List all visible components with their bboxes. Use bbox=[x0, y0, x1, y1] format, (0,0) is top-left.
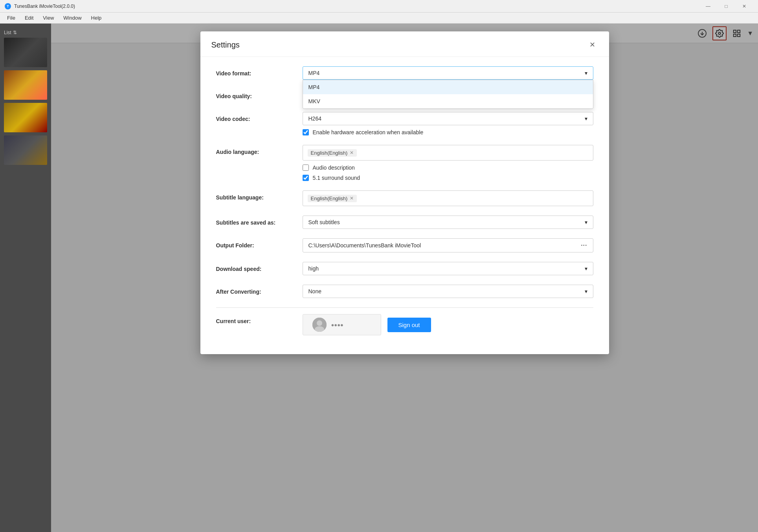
menu-edit[interactable]: Edit bbox=[21, 14, 37, 22]
after-converting-value: None bbox=[308, 288, 321, 294]
user-row: ●●●● Sign out bbox=[303, 314, 593, 335]
menu-file[interactable]: File bbox=[3, 14, 19, 22]
option-mp4[interactable]: MP4 bbox=[303, 80, 593, 94]
subtitle-language-tag-input[interactable]: English(English) ✕ bbox=[303, 190, 593, 206]
app-icon: T bbox=[5, 3, 11, 9]
subtitles-saved-value: Soft subtitles bbox=[308, 219, 340, 225]
subtitle-language-tag-close[interactable]: ✕ bbox=[350, 196, 354, 201]
video-format-dropdown-wrapper: MP4 ▾ MP4 MKV bbox=[303, 66, 593, 80]
output-folder-field: C:\Users\A\Documents\TunesBank iMovieToo… bbox=[303, 238, 593, 252]
hw-accel-checkbox[interactable] bbox=[303, 129, 309, 135]
audio-desc-checkbox[interactable] bbox=[303, 165, 309, 171]
subtitles-saved-row: Subtitles are saved as: Soft subtitles ▾ bbox=[216, 216, 593, 229]
close-button[interactable]: ✕ bbox=[735, 0, 753, 13]
window-controls: — □ ✕ bbox=[699, 0, 753, 13]
titlebar: T TunesBank iMovieTool(2.0.0) — □ ✕ bbox=[0, 0, 758, 13]
modal-overlay: Settings ✕ Video format: MP4 ▾ bbox=[51, 24, 758, 532]
sidebar-thumb-2[interactable] bbox=[4, 70, 47, 100]
sidebar-list-header: List ⇅ bbox=[0, 27, 51, 38]
audio-desc-label: Audio description bbox=[313, 165, 355, 171]
chevron-down-icon: ▾ bbox=[585, 115, 587, 122]
menu-view[interactable]: View bbox=[39, 14, 58, 22]
dialog-close-button[interactable]: ✕ bbox=[587, 39, 598, 50]
current-user-label: Current user: bbox=[216, 314, 303, 324]
after-converting-row: After Converting: None ▾ bbox=[216, 285, 593, 298]
download-speed-label: Download speed: bbox=[216, 262, 303, 272]
video-format-row: Video format: MP4 ▾ MP4 MKV bbox=[216, 66, 593, 80]
audio-language-tag-close[interactable]: ✕ bbox=[350, 150, 354, 155]
audio-language-control: English(English) ✕ Audio description 5. bbox=[303, 145, 593, 181]
video-format-menu: MP4 MKV bbox=[303, 80, 593, 109]
subtitle-language-control: English(English) ✕ bbox=[303, 190, 593, 206]
audio-language-row: Audio language: English(English) ✕ Audi bbox=[216, 145, 593, 181]
chevron-down-icon: ▾ bbox=[585, 70, 587, 76]
subtitle-language-tag-text: English(English) bbox=[311, 196, 348, 201]
after-converting-label: After Converting: bbox=[216, 285, 303, 295]
download-speed-dropdown[interactable]: high ▾ bbox=[303, 262, 593, 275]
surround-sound-label: 5.1 surround sound bbox=[313, 175, 360, 181]
user-avatar bbox=[312, 318, 327, 332]
audio-language-tag-input[interactable]: English(English) ✕ bbox=[303, 145, 593, 161]
main-area: ▼ Settings ✕ Video format: bbox=[51, 24, 758, 532]
download-speed-row: Download speed: high ▾ bbox=[216, 262, 593, 275]
divider bbox=[216, 307, 593, 308]
video-format-dropdown[interactable]: MP4 ▾ bbox=[303, 66, 593, 80]
user-name-text: ●●●● bbox=[331, 322, 343, 328]
app-body: List ⇅ bbox=[0, 24, 758, 532]
sign-out-button[interactable]: Sign out bbox=[387, 318, 431, 332]
video-codec-row: Video codec: H264 ▾ Enable hardware acce… bbox=[216, 112, 593, 135]
dialog-title: Settings bbox=[211, 40, 240, 49]
subtitle-language-row: Subtitle language: English(English) ✕ bbox=[216, 190, 593, 206]
video-codec-dropdown[interactable]: H264 ▾ bbox=[303, 112, 593, 125]
list-label: List bbox=[4, 30, 11, 35]
settings-dialog: Settings ✕ Video format: MP4 ▾ bbox=[200, 31, 609, 354]
menu-help[interactable]: Help bbox=[87, 14, 106, 22]
video-format-label: Video format: bbox=[216, 66, 303, 77]
subtitle-language-label: Subtitle language: bbox=[216, 190, 303, 201]
dialog-header: Settings ✕ bbox=[200, 31, 609, 57]
menubar: File Edit View Window Help bbox=[0, 13, 758, 24]
chevron-down-icon: ▾ bbox=[585, 265, 587, 272]
output-folder-control: C:\Users\A\Documents\TunesBank iMovieToo… bbox=[303, 238, 593, 252]
sidebar: List ⇅ bbox=[0, 24, 51, 532]
video-codec-control: H264 ▾ Enable hardware acceleration when… bbox=[303, 112, 593, 135]
audio-language-tag: English(English) ✕ bbox=[308, 149, 357, 157]
svg-point-8 bbox=[317, 320, 322, 326]
maximize-button[interactable]: □ bbox=[717, 0, 735, 13]
video-format-control: MP4 ▾ MP4 MKV bbox=[303, 66, 593, 80]
surround-sound-checkbox[interactable] bbox=[303, 175, 309, 181]
chevron-down-icon: ▾ bbox=[585, 219, 587, 225]
output-folder-value: C:\Users\A\Documents\TunesBank iMovieToo… bbox=[308, 242, 421, 249]
sidebar-thumb-3[interactable] bbox=[4, 103, 47, 132]
surround-sound-row: 5.1 surround sound bbox=[303, 175, 593, 181]
audio-language-tag-text: English(English) bbox=[311, 150, 348, 156]
subtitles-saved-control: Soft subtitles ▾ bbox=[303, 216, 593, 229]
sidebar-thumb-1[interactable] bbox=[4, 38, 47, 67]
menu-window[interactable]: Window bbox=[59, 14, 85, 22]
audio-desc-row: Audio description bbox=[303, 165, 593, 171]
hw-accel-label: Enable hardware acceleration when availa… bbox=[313, 129, 424, 135]
minimize-button[interactable]: — bbox=[699, 0, 717, 13]
after-converting-control: None ▾ bbox=[303, 285, 593, 298]
option-mkv[interactable]: MKV bbox=[303, 94, 593, 108]
hw-accel-row: Enable hardware acceleration when availa… bbox=[303, 129, 593, 135]
download-speed-value: high bbox=[308, 265, 319, 272]
current-user-row: Current user: bbox=[216, 314, 593, 335]
current-user-control: ●●●● Sign out bbox=[303, 314, 593, 335]
subtitles-saved-label: Subtitles are saved as: bbox=[216, 216, 303, 226]
video-quality-label: Video quality: bbox=[216, 89, 303, 99]
subtitles-saved-dropdown[interactable]: Soft subtitles ▾ bbox=[303, 216, 593, 229]
audio-language-label: Audio language: bbox=[216, 145, 303, 155]
output-folder-row: Output Folder: C:\Users\A\Documents\Tune… bbox=[216, 238, 593, 252]
browse-button[interactable]: ··· bbox=[581, 242, 587, 249]
video-codec-label: Video codec: bbox=[216, 112, 303, 122]
list-sort-icon[interactable]: ⇅ bbox=[13, 30, 17, 35]
after-converting-dropdown[interactable]: None ▾ bbox=[303, 285, 593, 298]
user-name-area: ●●●● bbox=[303, 314, 381, 335]
sidebar-thumb-4[interactable] bbox=[4, 135, 47, 165]
chevron-down-icon: ▾ bbox=[585, 288, 587, 294]
app-title: TunesBank iMovieTool(2.0.0) bbox=[14, 4, 699, 9]
dialog-body: Video format: MP4 ▾ MP4 MKV bbox=[200, 57, 609, 354]
video-format-value: MP4 bbox=[308, 70, 320, 76]
output-folder-label: Output Folder: bbox=[216, 238, 303, 249]
